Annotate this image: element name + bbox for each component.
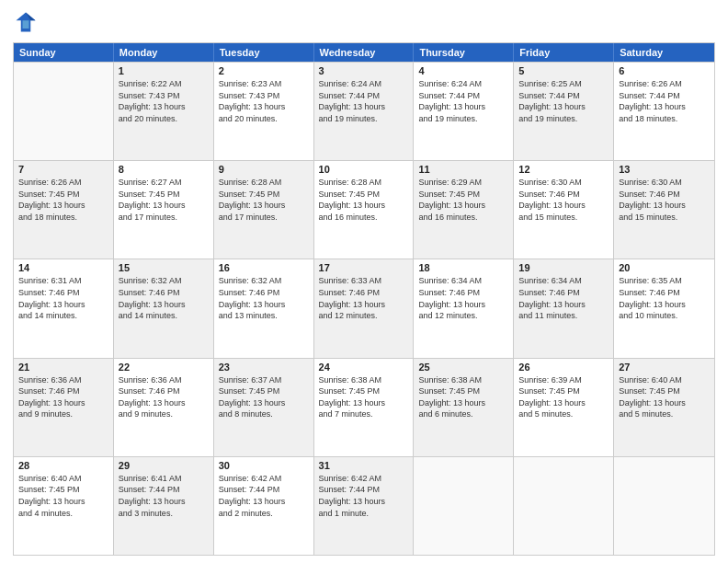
day-info: Sunrise: 6:34 AM Sunset: 7:46 PM Dayligh… [518,275,609,321]
day-number: 16 [219,262,309,273]
day-info: Sunrise: 6:36 AM Sunset: 7:46 PM Dayligh… [119,374,209,420]
day-number: 30 [219,460,309,471]
calendar-cell: 27Sunrise: 6:40 AM Sunset: 7:45 PM Dayli… [614,359,714,456]
calendar-week-4: 21Sunrise: 6:36 AM Sunset: 7:46 PM Dayli… [14,358,714,456]
day-info: Sunrise: 6:34 AM Sunset: 7:46 PM Dayligh… [418,275,508,321]
calendar-cell: 6Sunrise: 6:26 AM Sunset: 7:44 PM Daylig… [614,63,714,160]
day-info: Sunrise: 6:26 AM Sunset: 7:44 PM Dayligh… [619,78,710,124]
day-number: 6 [619,65,710,76]
calendar-body: 1Sunrise: 6:22 AM Sunset: 7:43 PM Daylig… [14,62,714,555]
day-number: 8 [119,164,209,175]
svg-rect-2 [23,20,29,29]
calendar-cell: 5Sunrise: 6:25 AM Sunset: 7:44 PM Daylig… [514,63,614,160]
day-number: 25 [418,362,508,373]
calendar-week-3: 14Sunrise: 6:31 AM Sunset: 7:46 PM Dayli… [14,259,714,357]
day-info: Sunrise: 6:42 AM Sunset: 7:44 PM Dayligh… [319,473,409,519]
day-info: Sunrise: 6:24 AM Sunset: 7:44 PM Dayligh… [319,78,409,124]
calendar-cell: 7Sunrise: 6:26 AM Sunset: 7:45 PM Daylig… [14,161,114,259]
day-header-sunday: Sunday [14,43,114,62]
day-info: Sunrise: 6:22 AM Sunset: 7:43 PM Dayligh… [119,78,209,124]
header [13,9,715,35]
day-number: 5 [518,65,609,76]
calendar-cell: 22Sunrise: 6:36 AM Sunset: 7:46 PM Dayli… [114,359,214,456]
calendar-cell: 16Sunrise: 6:32 AM Sunset: 7:46 PM Dayli… [214,259,314,357]
calendar-cell [14,63,114,160]
day-info: Sunrise: 6:40 AM Sunset: 7:45 PM Dayligh… [18,473,108,519]
calendar-cell: 9Sunrise: 6:28 AM Sunset: 7:45 PM Daylig… [214,161,314,259]
calendar-cell: 24Sunrise: 6:38 AM Sunset: 7:45 PM Dayli… [314,359,415,456]
day-header-saturday: Saturday [614,43,714,62]
calendar-cell [514,457,614,555]
calendar-cell [614,457,714,555]
calendar-week-5: 28Sunrise: 6:40 AM Sunset: 7:45 PM Dayli… [14,456,714,555]
calendar-cell: 31Sunrise: 6:42 AM Sunset: 7:44 PM Dayli… [314,457,415,555]
day-number: 2 [219,65,309,76]
day-info: Sunrise: 6:26 AM Sunset: 7:45 PM Dayligh… [18,177,108,223]
day-info: Sunrise: 6:41 AM Sunset: 7:44 PM Dayligh… [119,473,209,519]
calendar-cell: 18Sunrise: 6:34 AM Sunset: 7:46 PM Dayli… [414,259,514,357]
calendar-cell: 17Sunrise: 6:33 AM Sunset: 7:46 PM Dayli… [314,259,415,357]
calendar-cell: 25Sunrise: 6:38 AM Sunset: 7:45 PM Dayli… [414,359,514,456]
calendar-cell: 4Sunrise: 6:24 AM Sunset: 7:44 PM Daylig… [414,63,514,160]
day-info: Sunrise: 6:24 AM Sunset: 7:44 PM Dayligh… [418,78,508,124]
day-number: 24 [319,362,409,373]
day-info: Sunrise: 6:38 AM Sunset: 7:45 PM Dayligh… [319,374,409,420]
day-info: Sunrise: 6:27 AM Sunset: 7:45 PM Dayligh… [119,177,209,223]
day-header-monday: Monday [114,43,214,62]
calendar-cell: 20Sunrise: 6:35 AM Sunset: 7:46 PM Dayli… [614,259,714,357]
day-number: 7 [18,164,108,175]
day-number: 23 [219,362,309,373]
page: SundayMondayTuesdayWednesdayThursdayFrid… [0,0,728,563]
day-info: Sunrise: 6:42 AM Sunset: 7:44 PM Dayligh… [219,473,309,519]
day-info: Sunrise: 6:29 AM Sunset: 7:45 PM Dayligh… [418,177,508,223]
day-number: 22 [119,362,209,373]
day-number: 11 [418,164,508,175]
day-number: 1 [119,65,209,76]
calendar-cell: 29Sunrise: 6:41 AM Sunset: 7:44 PM Dayli… [114,457,214,555]
calendar-cell: 2Sunrise: 6:23 AM Sunset: 7:43 PM Daylig… [214,63,314,160]
day-number: 10 [319,164,409,175]
day-info: Sunrise: 6:25 AM Sunset: 7:44 PM Dayligh… [518,78,609,124]
day-number: 15 [119,262,209,273]
day-number: 13 [619,164,710,175]
calendar-cell: 26Sunrise: 6:39 AM Sunset: 7:45 PM Dayli… [514,359,614,456]
day-info: Sunrise: 6:32 AM Sunset: 7:46 PM Dayligh… [219,275,309,321]
day-info: Sunrise: 6:37 AM Sunset: 7:45 PM Dayligh… [219,374,309,420]
day-number: 12 [518,164,609,175]
calendar-cell: 13Sunrise: 6:30 AM Sunset: 7:46 PM Dayli… [614,161,714,259]
calendar-cell: 3Sunrise: 6:24 AM Sunset: 7:44 PM Daylig… [314,63,415,160]
day-info: Sunrise: 6:31 AM Sunset: 7:46 PM Dayligh… [18,275,108,321]
day-number: 29 [119,460,209,471]
day-info: Sunrise: 6:33 AM Sunset: 7:46 PM Dayligh… [319,275,409,321]
calendar-cell: 12Sunrise: 6:30 AM Sunset: 7:46 PM Dayli… [514,161,614,259]
day-number: 21 [18,362,108,373]
calendar-cell: 28Sunrise: 6:40 AM Sunset: 7:45 PM Dayli… [14,457,114,555]
logo [13,9,42,35]
day-header-thursday: Thursday [414,43,514,62]
day-header-friday: Friday [514,43,614,62]
day-number: 20 [619,262,710,273]
day-info: Sunrise: 6:35 AM Sunset: 7:46 PM Dayligh… [619,275,710,321]
day-number: 9 [219,164,309,175]
day-info: Sunrise: 6:39 AM Sunset: 7:45 PM Dayligh… [518,374,609,420]
day-info: Sunrise: 6:28 AM Sunset: 7:45 PM Dayligh… [219,177,309,223]
calendar-cell: 1Sunrise: 6:22 AM Sunset: 7:43 PM Daylig… [114,63,214,160]
day-info: Sunrise: 6:30 AM Sunset: 7:46 PM Dayligh… [619,177,710,223]
day-number: 14 [18,262,108,273]
day-info: Sunrise: 6:32 AM Sunset: 7:46 PM Dayligh… [119,275,209,321]
day-number: 19 [518,262,609,273]
calendar-cell: 21Sunrise: 6:36 AM Sunset: 7:46 PM Dayli… [14,359,114,456]
logo-icon [13,9,39,35]
day-number: 4 [418,65,508,76]
calendar-cell: 10Sunrise: 6:28 AM Sunset: 7:45 PM Dayli… [314,161,415,259]
day-info: Sunrise: 6:23 AM Sunset: 7:43 PM Dayligh… [219,78,309,124]
day-number: 26 [518,362,609,373]
calendar-cell [414,457,514,555]
day-number: 28 [18,460,108,471]
day-info: Sunrise: 6:36 AM Sunset: 7:46 PM Dayligh… [18,374,108,420]
day-number: 17 [319,262,409,273]
day-info: Sunrise: 6:28 AM Sunset: 7:45 PM Dayligh… [319,177,409,223]
day-number: 18 [418,262,508,273]
day-number: 27 [619,362,710,373]
calendar-cell: 19Sunrise: 6:34 AM Sunset: 7:46 PM Dayli… [514,259,614,357]
